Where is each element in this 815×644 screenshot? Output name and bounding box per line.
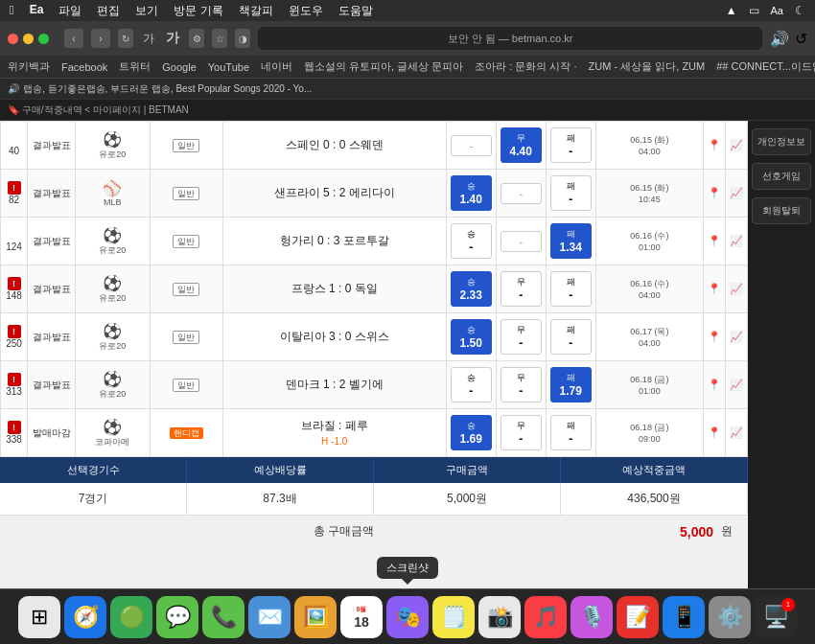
odds-draw-cell[interactable]: - (496, 170, 546, 218)
odds-lose-cell[interactable]: 패- (546, 122, 595, 170)
dock-calendar[interactable]: 8월 18 (340, 596, 383, 638)
apple-menu[interactable]:  (10, 3, 14, 19)
location-icon-cell[interactable]: 📍 (704, 409, 726, 457)
odds-draw-button[interactable]: 무4.40 (501, 127, 542, 163)
odds-win-cell[interactable]: 승1.50 (446, 313, 496, 361)
menu-edit[interactable]: 편집 (97, 3, 120, 19)
location-icon-cell[interactable]: 📍 (704, 170, 726, 218)
font-larger[interactable]: 가 (164, 30, 181, 47)
bookmark-joara[interactable]: 조아라 : 문화의 시작 · (475, 59, 576, 74)
chart-icon-cell[interactable]: 📈 (726, 218, 748, 265)
chart-icon-cell[interactable]: 📈 (726, 170, 748, 218)
dock-reminders[interactable]: 🎭 (386, 596, 429, 638)
odds-lose-button[interactable]: 패- (550, 271, 592, 307)
menu-bookmarks[interactable]: 책갈피 (239, 3, 273, 19)
odds-win-button[interactable]: 승- (451, 367, 492, 402)
volume-icon[interactable]: 🔊 (770, 30, 789, 48)
menu-history[interactable]: 방문 기록 (174, 3, 222, 19)
odds-lose-cell[interactable]: 패1.34 (546, 218, 595, 265)
dock-screenshot[interactable]: 📸 (478, 596, 521, 638)
dock-chrome[interactable]: 🟢 (110, 596, 152, 638)
menu-help[interactable]: 도움말 (338, 3, 373, 19)
font-smaller[interactable]: 가 (141, 31, 156, 47)
odds-lose-button[interactable]: 패1.79 (550, 367, 592, 402)
odds-lose-button[interactable]: 패- (550, 319, 592, 355)
odds-win-button[interactable]: 승- (451, 223, 492, 259)
bookmark-zum[interactable]: ZUM - 세상을 읽다, ZUM (589, 59, 706, 74)
dock-systemprefs[interactable]: ⚙️ (709, 596, 751, 638)
odds-draw-cell[interactable]: 무- (496, 313, 546, 361)
location-icon-cell[interactable]: 📍 (704, 218, 726, 265)
location-icon-cell[interactable]: 📍 (704, 361, 726, 409)
reload-button[interactable]: ↻ (118, 29, 133, 48)
chart-icon-cell[interactable]: 📈 (726, 122, 748, 170)
odds-lose-cell[interactable]: 패1.79 (546, 361, 595, 409)
odds-draw-button[interactable]: - (501, 231, 542, 252)
chart-icon-cell[interactable]: 📈 (726, 313, 748, 361)
settings-button[interactable]: ⚙ (189, 29, 204, 48)
sidebar-item-games[interactable]: 선호게임 (752, 163, 811, 190)
bookmark-wikipedia[interactable]: 위키백과 (8, 59, 50, 74)
bookmark-button[interactable]: ☆ (212, 29, 227, 48)
dock-preview[interactable]: 🖥️ 1 (755, 596, 797, 638)
odds-win-button[interactable]: 승2.33 (451, 271, 492, 307)
bookmark-twitter[interactable]: 트위터 (119, 59, 151, 74)
dock-music[interactable]: 🎵 (524, 596, 567, 638)
dock-safari[interactable]: 🧭 (64, 596, 106, 638)
close-button[interactable] (8, 34, 18, 44)
dock-facetime[interactable]: 📞 (202, 596, 244, 638)
odds-win-cell[interactable]: 승- (446, 218, 496, 265)
odds-win-cell[interactable]: 승- (446, 361, 496, 409)
bookmark-connect[interactable]: ## CONNECT...이드입니다. ## (716, 59, 815, 74)
menu-app[interactable]: Ea (30, 3, 44, 19)
odds-draw-cell[interactable]: 무- (496, 361, 546, 409)
back-button[interactable]: ‹ (64, 29, 83, 48)
odds-lose-cell[interactable]: 패- (546, 265, 595, 313)
odds-lose-button[interactable]: 패1.34 (550, 223, 592, 259)
bookmark-munpia[interactable]: 웹소설의 유토피아, 글세상 문피아 (304, 59, 463, 74)
bookmark-google[interactable]: Google (162, 61, 196, 73)
odds-lose-cell[interactable]: 패- (546, 313, 595, 361)
odds-draw-cell[interactable]: 무- (496, 265, 546, 313)
address-bar[interactable]: 보안 안 됨 — betman.co.kr (258, 27, 762, 50)
bookmark-youtube[interactable]: YouTube (208, 61, 249, 73)
location-icon-cell[interactable]: 📍 (704, 265, 726, 313)
bookmark-naver[interactable]: 네이버 (261, 59, 292, 74)
odds-draw-cell[interactable]: - (496, 218, 546, 265)
maximize-button[interactable] (38, 34, 49, 44)
chart-icon-cell[interactable]: 📈 (726, 361, 748, 409)
refresh-icon[interactable]: ↺ (795, 30, 807, 48)
dock-messages[interactable]: 💬 (156, 596, 198, 638)
odds-draw-button[interactable]: 무- (501, 415, 542, 450)
dock-notes[interactable]: 🗒️ (432, 596, 475, 638)
odds-lose-button[interactable]: 패- (550, 415, 592, 450)
chart-icon-cell[interactable]: 📈 (726, 409, 748, 457)
odds-draw-button[interactable]: - (501, 183, 542, 204)
media-volume-icon[interactable]: 🔊 (8, 83, 19, 94)
dock-podcasts[interactable]: 🎙️ (570, 596, 613, 638)
dock-launchpad[interactable]: ⊞ (18, 596, 60, 638)
forward-button[interactable]: › (91, 29, 110, 48)
odds-win-button[interactable]: 승1.40 (451, 175, 492, 211)
tab-label[interactable]: 🔖 구매/적중내역 < 마이페이지 | BETMAN (8, 104, 189, 117)
odds-win-cell[interactable]: 승1.69 (446, 409, 496, 457)
odds-lose-button[interactable]: 패- (550, 127, 592, 163)
odds-draw-cell[interactable]: 무- (496, 409, 546, 457)
dock-mail[interactable]: ✉️ (248, 596, 291, 638)
location-icon-cell[interactable]: 📍 (704, 122, 726, 170)
odds-lose-cell[interactable]: 패- (546, 409, 595, 457)
odds-draw-cell[interactable]: 무4.40 (496, 122, 546, 170)
dock-appstore[interactable]: 📱 (663, 596, 705, 638)
menu-window[interactable]: 윈도우 (289, 3, 323, 19)
dock-photos[interactable]: 🖼️ (294, 596, 337, 638)
dock-pages[interactable]: 📝 (617, 596, 659, 638)
location-icon-cell[interactable]: 📍 (704, 313, 726, 361)
sidebar-item-withdraw[interactable]: 회원탈퇴 (752, 197, 811, 224)
menu-file[interactable]: 파일 (58, 3, 82, 19)
odds-win-cell[interactable]: 승1.40 (446, 170, 496, 218)
odds-draw-button[interactable]: 무- (501, 367, 542, 402)
odds-lose-cell[interactable]: 패- (546, 170, 595, 218)
odds-win-button[interactable]: - (451, 135, 492, 156)
minimize-button[interactable] (23, 34, 34, 44)
bookmark-facebook[interactable]: Facebook (61, 61, 107, 73)
